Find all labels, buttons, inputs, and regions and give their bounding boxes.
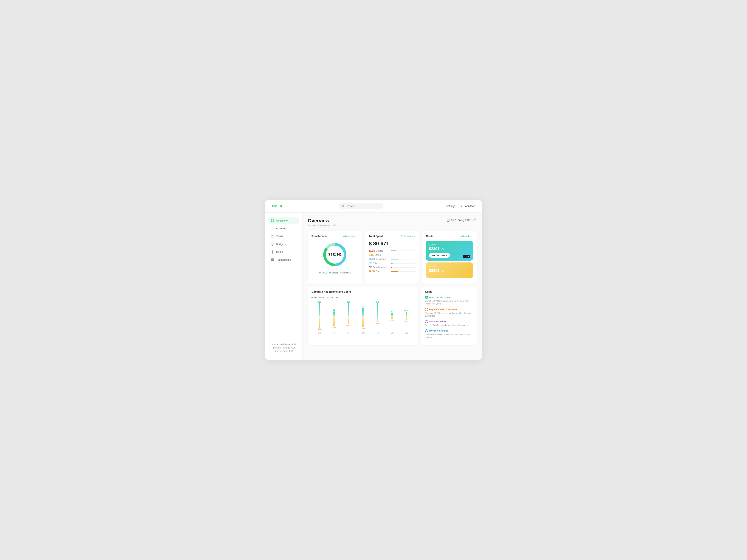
pos-label-sat: +$232: [390, 311, 394, 312]
goal-check-0: [425, 296, 428, 299]
svg-rect-6: [273, 221, 274, 222]
bar-col-tue: +$1k -$20k Tue: [327, 301, 341, 334]
total-spent-filter[interactable]: All accounts: [401, 235, 416, 237]
spend-cat-1: Others: [375, 254, 381, 256]
goal-desc-3: Contribute $500 per month to a high-yiel…: [425, 333, 473, 339]
chart-legend: Net Income Outcome: [311, 296, 415, 298]
calendar-icon: [447, 219, 450, 222]
spend-bar-2: [391, 259, 416, 260]
donut-chart: $ 132 142: [321, 241, 349, 269]
user-icon: [459, 205, 462, 208]
neg-label-tue: -$20k: [332, 327, 336, 329]
pos-label-sun: +$232: [404, 310, 409, 312]
total-income-filter[interactable]: All accounts: [343, 235, 358, 237]
selling-dot: [329, 272, 331, 273]
neg-label-wed: -$12k: [346, 324, 351, 326]
donut-legend: Salary Selling Donation: [311, 272, 358, 274]
spend-bar-fill-1: [391, 255, 393, 256]
sidebar-item-budgets[interactable]: Budgets: [268, 241, 299, 248]
bar-col-thur: +$17k -$24k Thur: [356, 301, 370, 334]
transactions-icon: [271, 258, 274, 262]
bar-chart-container: +$30k -$30k: [311, 301, 415, 339]
content-header: Overview Today is 19 September 2022 Jul …: [308, 218, 476, 227]
logo: FinLit: [272, 204, 282, 208]
bar-down-thur: [362, 316, 364, 327]
donation-dot: [340, 272, 341, 273]
goal-check-3: [425, 329, 428, 332]
budgets-icon: [271, 242, 274, 246]
top-nav: FinLit Settings John Doe: [265, 200, 482, 213]
spend-bar-5: [391, 271, 416, 272]
legend-selling: Selling: [329, 272, 338, 274]
net-income-label: Net Income: [314, 296, 324, 298]
svg-rect-13: [271, 260, 274, 260]
bank-card-yellow: Balance $2301: [426, 263, 473, 278]
goal-desc-0: Save $15,000 for a down payment on a new…: [425, 300, 473, 305]
cards-panel: Cards All cards Balance $2301: [422, 231, 476, 284]
outcome-label: Outcome: [329, 296, 338, 298]
compare-chart-title: Compare Net Income and Spent: [311, 290, 351, 293]
settings-link[interactable]: Settings: [446, 205, 455, 208]
export-button[interactable]: [473, 218, 476, 222]
day-wed: Wed: [346, 332, 350, 334]
goal-item-0: New Car Purchase Save $15,000 for a down…: [425, 296, 473, 305]
svg-rect-3: [271, 219, 272, 220]
pos-label-tue: +$1k: [332, 309, 336, 311]
sidebar-item-overview[interactable]: Overview: [268, 217, 299, 224]
day-mon: Mon: [318, 332, 321, 334]
pos-label-fri: +$40k: [375, 301, 380, 303]
svg-rect-12: [271, 259, 274, 259]
sidebar-item-cards[interactable]: Cards: [268, 233, 299, 240]
total-spent-panel: Total Spent All accounts $ 30 671 19.5%: [365, 231, 419, 284]
bar-up-wed: [348, 303, 349, 316]
header-actions: Jul 2 - Today 2022: [447, 218, 476, 222]
neg-label-mon: -$30k: [317, 328, 322, 330]
day-sun: Sun: [405, 332, 408, 334]
legend-outcome: Outcome: [327, 296, 338, 298]
user-menu[interactable]: John Doe: [459, 205, 475, 208]
accounts-icon: [271, 227, 274, 230]
legend-net-income: Net Income: [311, 296, 324, 298]
goal-title-2: Vacation Fund: [425, 320, 473, 323]
sidebar-item-goals[interactable]: Goals: [268, 248, 299, 256]
sidebar-label-goals: Goals: [276, 250, 283, 254]
outcome-dot: [327, 297, 329, 298]
cards-panel-title: Cards: [426, 235, 434, 238]
chevron-down-icon: [356, 235, 358, 237]
sidebar-item-accounts[interactable]: Accounts: [268, 225, 299, 232]
visa-badge: VISA: [463, 255, 470, 258]
bar-col-fri: +$40k -$234 Fri: [370, 301, 385, 334]
svg-point-10: [271, 251, 274, 254]
spend-item-groceries: 28.9% Groceries: [369, 258, 416, 260]
eye-icon: [442, 270, 444, 272]
search-bar[interactable]: [339, 203, 383, 209]
search-input[interactable]: [346, 205, 380, 208]
see-card-details-button[interactable]: See card details: [429, 253, 450, 258]
chevron-down-icon: [471, 235, 473, 237]
goal-check-1: [425, 308, 428, 311]
pos-label-wed: +$30k: [346, 301, 351, 303]
spend-pct-2: 28.9%: [369, 258, 375, 260]
goals-panel: Goals New Car Purchase Save $15,000 for …: [421, 287, 476, 345]
cards-panel-filter[interactable]: All cards: [461, 235, 473, 237]
card-balance-label-1: Balance: [429, 265, 470, 268]
date-range[interactable]: Jul 2 - Today 2022: [447, 219, 471, 222]
sidebar-label-accounts: Accounts: [276, 227, 287, 230]
goal-title-0: New Car Purchase: [425, 296, 473, 299]
neg-label-thur: -$24k: [361, 327, 365, 329]
goal-title-3: Monthly Savings: [425, 329, 473, 332]
nav-right: Settings John Doe: [446, 205, 475, 208]
selling-label: Selling: [332, 272, 338, 274]
svg-rect-14: [271, 261, 274, 261]
spend-cat-3: Others: [373, 262, 380, 265]
card-balance-label-0: Balance: [429, 244, 470, 246]
svg-rect-15: [447, 219, 449, 221]
bar-columns: +$30k -$30k: [311, 301, 415, 334]
neg-label-sun: -$232: [405, 320, 409, 322]
spend-cat-5: Rent: [376, 270, 381, 273]
sidebar-item-transactions[interactable]: Transactions: [268, 256, 299, 263]
spend-bar-fill-5: [391, 271, 398, 272]
logo-lit: Lit: [278, 204, 282, 208]
spend-bar-fill-4: [391, 267, 392, 268]
compare-chart-header: Compare Net Income and Spent: [311, 290, 415, 293]
